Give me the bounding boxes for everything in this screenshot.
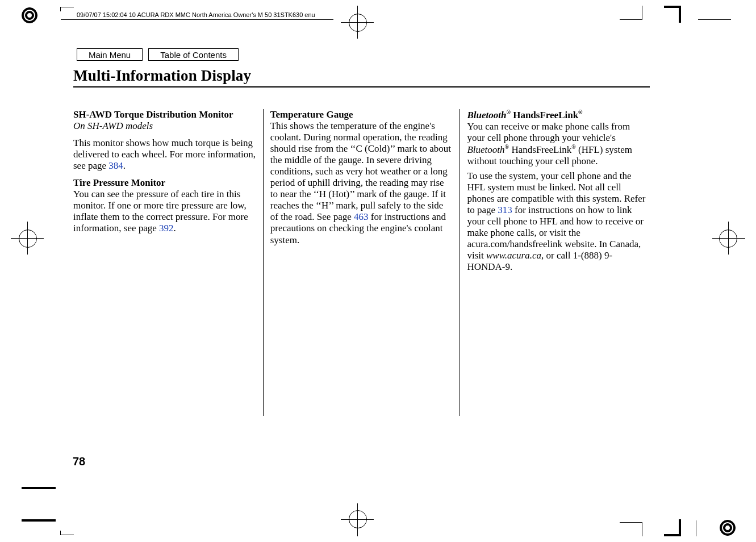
sh-awd-paragraph: This monitor shows how much torque is be… xyxy=(73,137,256,172)
registered-mark-icon: ® xyxy=(571,144,576,150)
text: . xyxy=(174,223,176,234)
crop-mark-icon xyxy=(712,238,745,239)
tire-pressure-heading: Tire Pressure Monitor xyxy=(73,177,165,188)
sh-awd-subheading: On SH-AWD models xyxy=(73,120,153,131)
page-link-313[interactable]: 313 xyxy=(498,205,512,215)
crop-mark-icon xyxy=(620,19,642,20)
text: Bluetooth xyxy=(467,144,504,155)
table-of-contents-button[interactable]: Table of Contents xyxy=(148,48,239,61)
bluetooth-hfl-heading: Bluetooth® HandsFreeLink® xyxy=(467,110,582,120)
content-columns: SH-AWD Torque Distribution Monitor On SH… xyxy=(73,109,650,416)
crop-mark-icon xyxy=(60,7,61,11)
main-menu-button[interactable]: Main Menu xyxy=(77,48,143,61)
crop-mark-icon xyxy=(60,531,61,535)
column-3: Bluetooth® HandsFreeLink® You can receiv… xyxy=(460,109,650,416)
crop-mark-icon xyxy=(22,519,56,522)
text: This monitor shows how much torque is be… xyxy=(73,137,256,171)
crop-mark-icon xyxy=(679,6,681,23)
crop-mark-icon xyxy=(61,19,333,20)
crop-mark-icon xyxy=(642,523,642,536)
text: Bluetooth xyxy=(467,110,506,120)
crop-mark-icon xyxy=(620,522,642,523)
registration-bullseye-icon xyxy=(720,520,734,535)
crop-mark-icon xyxy=(60,7,74,7)
text: www.acura.ca xyxy=(486,250,541,261)
crop-mark-icon xyxy=(357,503,358,536)
column-1: SH-AWD Torque Distribution Monitor On SH… xyxy=(73,109,263,416)
crop-mark-icon xyxy=(11,238,44,239)
registration-target-icon xyxy=(349,14,367,32)
crop-mark-icon xyxy=(642,6,642,19)
text: HandsFreeLink xyxy=(509,144,571,155)
sh-awd-heading: SH-AWD Torque Distribution Monitor xyxy=(73,109,233,120)
crop-mark-icon xyxy=(60,535,74,535)
crop-mark-icon xyxy=(679,519,681,536)
page-link-384[interactable]: 384 xyxy=(108,160,123,171)
page-link-392[interactable]: 392 xyxy=(159,223,174,234)
text: HandsFreeLink xyxy=(511,110,578,120)
crop-mark-icon xyxy=(341,519,374,520)
bluetooth-hfl-paragraph-2: To use the system, your cell phone and t… xyxy=(467,170,650,273)
page-number: 78 xyxy=(73,455,85,468)
crop-mark-icon xyxy=(696,520,696,536)
registration-bullseye-icon xyxy=(22,7,36,22)
nav-button-row: Main Menu Table of Contents xyxy=(77,48,239,61)
text: . xyxy=(123,160,126,171)
temperature-gauge-text: This shows the temperature of the engine… xyxy=(270,120,451,222)
crop-mark-icon xyxy=(698,19,731,20)
registration-target-icon xyxy=(19,230,37,248)
temperature-gauge-heading: Temperature Gauge xyxy=(270,109,353,120)
title-rule xyxy=(73,86,650,87)
registered-mark-icon: ® xyxy=(578,109,582,115)
registered-mark-icon: ® xyxy=(506,109,510,115)
column-2: Temperature Gauge This shows the tempera… xyxy=(264,109,460,416)
crop-mark-icon xyxy=(22,487,56,489)
page-link-463[interactable]: 463 xyxy=(354,211,369,222)
text: You can receive or make phone calls from… xyxy=(467,121,630,143)
print-header-meta: 09/07/07 15:02:04 10 ACURA RDX MMC North… xyxy=(77,11,315,18)
page-title: Multi-Information Display xyxy=(73,67,251,85)
crop-mark-icon xyxy=(341,22,374,23)
